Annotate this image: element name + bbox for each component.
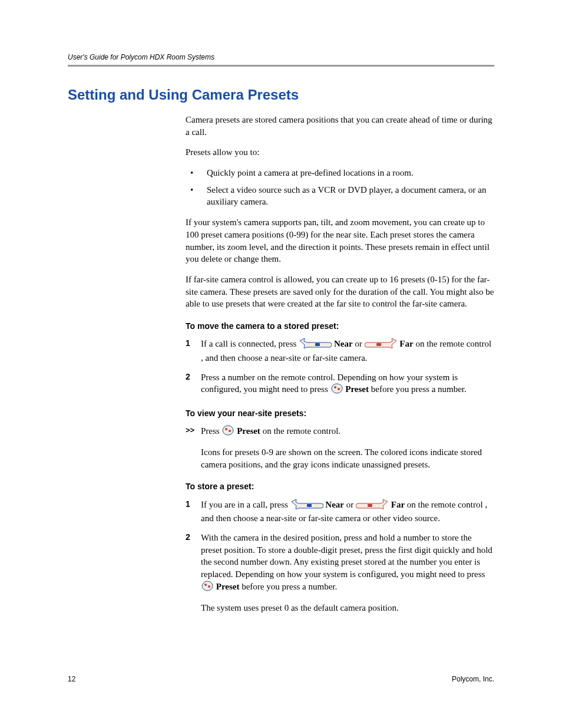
step-number: 1 [186,338,201,364]
bullet-text: Select a video source such as a VCR or D… [207,184,495,208]
text-fragment: If a call is connected, press [201,340,299,349]
preset-label: Preset [216,582,240,591]
store-trailer: The system uses preset 0 as the default … [201,602,495,614]
body-column: Camera presets are stored camera positio… [186,114,495,614]
page-footer: 12 Polycom, Inc. [68,675,494,683]
step-row: 2 Press a number on the remote control. … [186,371,495,397]
far-site-paragraph: If far-site camera control is allowed, y… [186,274,495,310]
step-row: 2 With the camera in the desired positio… [186,532,495,594]
step-text: If a call is connected, press Near or [201,338,495,364]
step-row: 1 If a call is connected, press Near or [186,338,495,364]
text-fragment: or [355,340,364,349]
svg-point-4 [338,388,340,390]
svg-rect-0 [315,343,320,346]
page-number: 12 [68,675,75,683]
preset-button-icon [222,425,234,439]
step-text: With the camera in the desired position,… [201,532,495,594]
near-label: Near [325,500,344,509]
svg-point-6 [225,428,227,430]
text-fragment: on the remote control. [263,427,340,436]
svg-point-7 [229,430,231,432]
arrow-marker: >> [186,425,201,439]
arrow-step: >> Press Preset on the remote control. [186,425,495,439]
running-head: User's Guide for Polycom HDX Room System… [68,53,494,65]
step-number: 1 [186,499,201,525]
bullet-list: • Quickly point a camera at pre-defined … [186,167,495,208]
step-text: Press a number on the remote control. De… [201,371,495,397]
text-fragment: Press [201,427,222,436]
text-fragment: or [346,500,356,509]
svg-point-3 [334,386,336,388]
preset-button-icon [201,581,214,595]
text-fragment: before you press a number. [371,385,467,394]
far-label: Far [399,340,413,349]
preset-label: Preset [237,427,260,436]
move-steps: 1 If a call is connected, press Near or [186,338,495,397]
bullet-icon: • [186,184,207,208]
list-item: • Quickly point a camera at pre-defined … [186,167,495,179]
move-camera-heading: To move the camera to a stored preset: [186,321,495,332]
page: User's Guide for Polycom HDX Room System… [0,0,562,728]
preset-button-icon [330,383,343,397]
far-button-icon [356,499,389,513]
step-text: If you are in a call, press Near or [201,499,495,525]
near-button-icon [299,338,332,352]
svg-rect-1 [376,343,381,346]
step-number: 2 [186,532,201,594]
svg-point-11 [204,584,207,586]
text-fragment: With the camera in the desired position,… [201,533,492,579]
near-label: Near [334,340,353,349]
preset-label: Preset [345,385,369,394]
company-name: Polycom, Inc. [452,675,494,683]
svg-point-12 [208,585,210,588]
bullet-text: Quickly point a camera at pre-defined lo… [207,167,495,179]
presets-allow-text: Presets allow you to: [186,146,495,159]
svg-point-10 [202,581,213,591]
step-number: 2 [186,371,201,397]
store-steps: 1 If you are in a call, press Near or [186,499,495,595]
svg-rect-8 [307,504,312,507]
view-presets-heading: To view your near-site presets: [186,408,495,419]
far-button-icon [365,338,398,352]
store-preset-heading: To store a preset: [186,481,495,492]
pan-tilt-paragraph: If your system's camera supports pan, ti… [186,216,495,265]
bullet-icon: • [186,167,207,179]
step-text: Press Preset on the remote control. [201,425,495,439]
list-item: • Select a video source such as a VCR or… [186,184,495,208]
svg-rect-9 [368,504,372,507]
view-explainer: Icons for presets 0-9 are shown on the s… [201,446,495,470]
svg-point-2 [332,384,342,393]
far-label: Far [391,500,405,509]
svg-point-5 [223,426,233,435]
text-fragment: before you press a number. [242,582,337,591]
text-fragment: If you are in a call, press [201,500,290,509]
step-row: 1 If you are in a call, press Near or [186,499,495,525]
section-heading: Setting and Using Camera Presets [68,87,494,103]
header-rule [68,65,494,67]
intro-paragraph: Camera presets are stored camera positio… [186,114,495,138]
near-button-icon [290,499,323,513]
